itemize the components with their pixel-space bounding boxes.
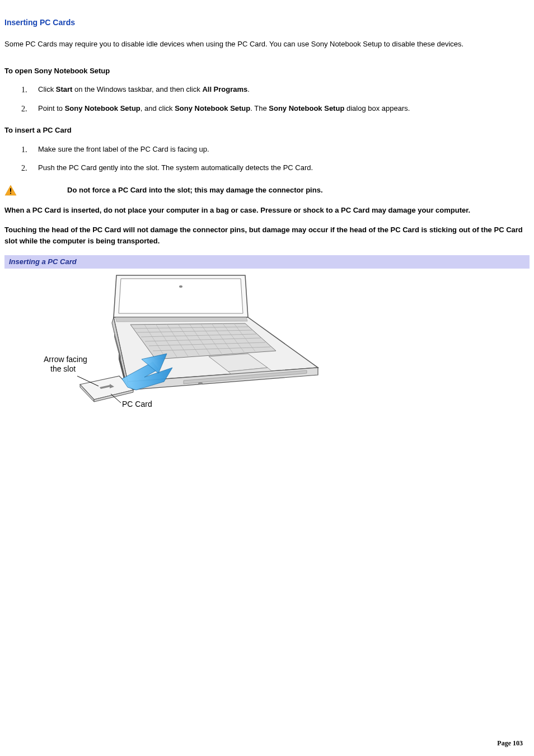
step-bold: Sony Notebook Setup xyxy=(65,104,140,112)
figure-caption: Inserting a PC Card xyxy=(4,255,530,269)
insert-card-steps: Make sure the front label of the PC Card… xyxy=(21,144,530,173)
step-text: . The xyxy=(250,104,269,112)
figure-label-arrow-line1: Arrow facing xyxy=(44,355,87,364)
step-bold: Start xyxy=(56,85,73,93)
figure-label-pccard: PC Card xyxy=(122,400,152,408)
step-1: Click Start on the Windows taskbar, and … xyxy=(21,84,530,95)
open-setup-steps: Click Start on the Windows taskbar, and … xyxy=(21,84,530,114)
step-2: Point to Sony Notebook Setup, and click … xyxy=(21,103,530,114)
page-heading: Inserting PC Cards xyxy=(4,17,530,29)
step-text: on the Windows taskbar, and then click xyxy=(72,85,202,93)
warning-row: Do not force a PC Card into the slot; th… xyxy=(4,185,530,196)
laptop-illustration: Arrow facing the slot PC Card xyxy=(27,270,340,410)
bold-note-1: When a PC Card is inserted, do not place… xyxy=(4,205,530,216)
section-title-open-setup: To open Sony Notebook Setup xyxy=(4,65,530,77)
step-bold: Sony Notebook Setup xyxy=(175,104,250,112)
svg-point-5 xyxy=(179,285,182,288)
svg-rect-2 xyxy=(10,192,11,194)
warning-text: Do not force a PC Card into the slot; th… xyxy=(67,185,323,196)
step-text: Point to xyxy=(38,104,65,112)
step-bold: All Programs xyxy=(202,85,247,93)
step-text: . xyxy=(247,85,250,93)
intro-paragraph: Some PC Cards may require you to disable… xyxy=(4,39,530,50)
step-2: Push the PC Card gently into the slot. T… xyxy=(21,162,530,173)
figure-container: Arrow facing the slot PC Card xyxy=(4,270,530,410)
svg-rect-1 xyxy=(10,188,11,191)
svg-marker-4 xyxy=(119,279,243,313)
step-1: Make sure the front label of the PC Card… xyxy=(21,144,530,155)
figure-label-arrow-line2: the slot xyxy=(50,364,76,373)
step-bold: Sony Notebook Setup xyxy=(269,104,344,112)
bold-note-2: Touching the head of the PC Card will no… xyxy=(4,224,530,246)
svg-marker-7 xyxy=(115,317,247,322)
step-text: dialog box appears. xyxy=(344,104,410,112)
svg-point-31 xyxy=(198,382,203,384)
warning-triangle-icon xyxy=(4,185,17,196)
step-text: , and click xyxy=(140,104,175,112)
section-title-insert-card: To insert a PC Card xyxy=(4,125,530,136)
step-text: Click xyxy=(38,85,56,93)
